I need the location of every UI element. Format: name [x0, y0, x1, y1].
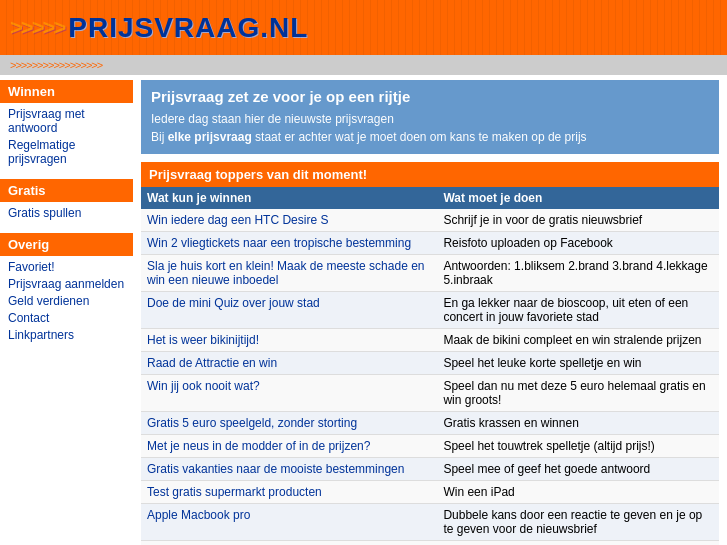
- subheader: >>>>>>>>>>>>>>>>>: [0, 55, 727, 75]
- table-row: Apple Macbook proDubbele kans door een r…: [141, 504, 719, 541]
- prize-do-cell: En ga lekker naar de bioscoop, uit eten …: [437, 292, 719, 329]
- table-row: Test gratis supermarkt productenWin een …: [141, 481, 719, 504]
- prize-win-cell: Raad de Attractie en win: [141, 352, 437, 375]
- prize-do-cell: Gratis krassen en winnen: [437, 412, 719, 435]
- sub-arrows: >>>>>>>>>>>>>>>>>: [10, 59, 102, 71]
- table-row: Wat weet jij nog?Win een bordspel pakket: [141, 541, 719, 546]
- table-row: Win jij ook nooit wat?Speel dan nu met d…: [141, 375, 719, 412]
- prizes-table: Wat kun je winnen Wat moet je doen Win i…: [141, 187, 719, 545]
- prize-do-cell: Speel mee of geef het goede antwoord: [437, 458, 719, 481]
- prize-win-link[interactable]: Doe de mini Quiz over jouw stad: [147, 296, 320, 310]
- prize-win-cell: Win iedere dag een HTC Desire S: [141, 209, 437, 232]
- table-row: Raad de Attractie en winSpeel het leuke …: [141, 352, 719, 375]
- col-header-win: Wat kun je winnen: [141, 187, 437, 209]
- main-content: Prijsvraag zet ze voor je op een rijtje …: [133, 75, 727, 545]
- prize-do-cell: Maak de bikini compleet en win stralende…: [437, 329, 719, 352]
- prize-win-link[interactable]: Sla je huis kort en klein! Maak de meest…: [147, 259, 425, 287]
- table-row: Met je neus in de modder of in de prijze…: [141, 435, 719, 458]
- prize-win-link[interactable]: Raad de Attractie en win: [147, 356, 277, 370]
- prize-win-link[interactable]: Win jij ook nooit wat?: [147, 379, 260, 393]
- prize-win-link[interactable]: Win iedere dag een HTC Desire S: [147, 213, 328, 227]
- sidebar-links-overig: Favoriet! Prijsvraag aanmelden Geld verd…: [0, 260, 133, 355]
- prize-do-cell: Speel het touwtrek spelletje (altijd pri…: [437, 435, 719, 458]
- prize-win-link[interactable]: Met je neus in de modder of in de prijze…: [147, 439, 370, 453]
- table-row: Gratis 5 euro speelgeld, zonder storting…: [141, 412, 719, 435]
- prize-do-cell: Dubbele kans door een reactie te geven e…: [437, 504, 719, 541]
- prize-do-cell: Win een iPad: [437, 481, 719, 504]
- table-row: Win 2 vliegtickets naar een tropische be…: [141, 232, 719, 255]
- prize-do-cell: Reisfoto uploaden op Facebook: [437, 232, 719, 255]
- prize-win-cell: Win 2 vliegtickets naar een tropische be…: [141, 232, 437, 255]
- table-row: Doe de mini Quiz over jouw stadEn ga lek…: [141, 292, 719, 329]
- sidebar-link-regelmatige-prijsvragen[interactable]: Regelmatige prijsvragen: [8, 138, 125, 166]
- table-row: Het is weer bikinijtijd!Maak de bikini c…: [141, 329, 719, 352]
- sidebar-links-gratis: Gratis spullen: [0, 206, 133, 233]
- prize-do-cell: Speel het leuke korte spelletje en win: [437, 352, 719, 375]
- sidebar-links-winnen: Prijsvraag met antwoord Regelmatige prij…: [0, 107, 133, 179]
- prize-win-link[interactable]: Het is weer bikinijtijd!: [147, 333, 259, 347]
- intro-box: Prijsvraag zet ze voor je op een rijtje …: [141, 80, 719, 154]
- prize-win-cell: Apple Macbook pro: [141, 504, 437, 541]
- prize-do-cell: Win een bordspel pakket: [437, 541, 719, 546]
- prize-win-cell: Sla je huis kort en klein! Maak de meest…: [141, 255, 437, 292]
- prize-do-cell: Antwoorden: 1.bliksem 2.brand 3.brand 4.…: [437, 255, 719, 292]
- prize-win-cell: Gratis 5 euro speelgeld, zonder storting: [141, 412, 437, 435]
- sidebar-link-favoriet[interactable]: Favoriet!: [8, 260, 125, 274]
- intro-line2: Bij elke prijsvraag staat er achter wat …: [151, 128, 709, 146]
- prize-win-cell: Doe de mini Quiz over jouw stad: [141, 292, 437, 329]
- prize-win-cell: Wat weet jij nog?: [141, 541, 437, 546]
- header-arrows: >>>>>: [10, 15, 64, 41]
- sidebar-link-geld-verdienen[interactable]: Geld verdienen: [8, 294, 125, 308]
- sidebar-section-gratis: Gratis: [0, 179, 133, 202]
- prize-win-cell: Het is weer bikinijtijd!: [141, 329, 437, 352]
- prize-win-link[interactable]: Win 2 vliegtickets naar een tropische be…: [147, 236, 411, 250]
- intro-line1: Iedere dag staan hier de nieuwste prijsv…: [151, 110, 709, 128]
- sidebar-link-linkpartners[interactable]: Linkpartners: [8, 328, 125, 342]
- prize-do-cell: Schrijf je in voor de gratis nieuwsbrief: [437, 209, 719, 232]
- table-row: Sla je huis kort en klein! Maak de meest…: [141, 255, 719, 292]
- intro-title: Prijsvraag zet ze voor je op een rijtje: [151, 88, 709, 105]
- header: >>>>> PRIJSVRAAG.NL: [0, 0, 727, 55]
- prize-win-link[interactable]: Gratis 5 euro speelgeld, zonder storting: [147, 416, 357, 430]
- sidebar-link-contact[interactable]: Contact: [8, 311, 125, 325]
- layout: Winnen Prijsvraag met antwoord Regelmati…: [0, 75, 727, 545]
- prize-win-link[interactable]: Gratis vakanties naar de mooiste bestemm…: [147, 462, 404, 476]
- toppers-title: Prijsvraag toppers van dit moment!: [141, 162, 719, 187]
- prize-win-cell: Win jij ook nooit wat?: [141, 375, 437, 412]
- sidebar: Winnen Prijsvraag met antwoord Regelmati…: [0, 75, 133, 545]
- prize-win-link[interactable]: Test gratis supermarkt producten: [147, 485, 322, 499]
- prize-win-cell: Met je neus in de modder of in de prijze…: [141, 435, 437, 458]
- table-row: Win iedere dag een HTC Desire SSchrijf j…: [141, 209, 719, 232]
- sidebar-link-prijsvraag-met-antwoord[interactable]: Prijsvraag met antwoord: [8, 107, 125, 135]
- site-title: PRIJSVRAAG.NL: [68, 12, 308, 44]
- table-row: Gratis vakanties naar de mooiste bestemm…: [141, 458, 719, 481]
- col-header-do: Wat moet je doen: [437, 187, 719, 209]
- prize-win-link[interactable]: Apple Macbook pro: [147, 508, 250, 522]
- sidebar-section-winnen: Winnen: [0, 80, 133, 103]
- prize-win-cell: Test gratis supermarkt producten: [141, 481, 437, 504]
- sidebar-section-overig: Overig: [0, 233, 133, 256]
- sidebar-link-aanmelden[interactable]: Prijsvraag aanmelden: [8, 277, 125, 291]
- sidebar-link-gratis-spullen[interactable]: Gratis spullen: [8, 206, 125, 220]
- prize-do-cell: Speel dan nu met deze 5 euro helemaal gr…: [437, 375, 719, 412]
- prize-win-cell: Gratis vakanties naar de mooiste bestemm…: [141, 458, 437, 481]
